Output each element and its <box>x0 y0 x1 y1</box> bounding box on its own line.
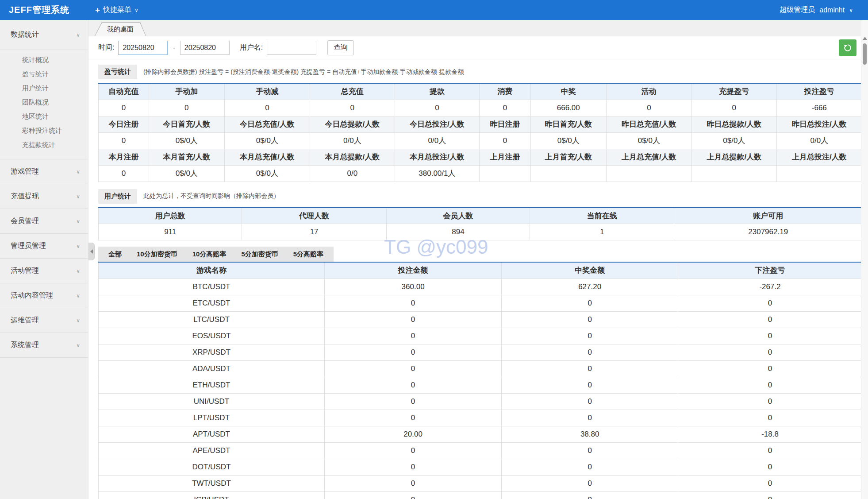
value-cell: 0 <box>99 132 149 149</box>
value-cell: DOT/USDT <box>99 459 325 475</box>
value-cell: 0 <box>502 344 678 360</box>
sidebar-group-8[interactable]: 运维管理∨ <box>0 308 88 333</box>
sidebar-group-label: 游戏管理 <box>11 167 39 176</box>
value-cell: 0 <box>678 475 862 491</box>
query-button[interactable]: 查询 <box>327 40 354 55</box>
value-cell: 0 <box>480 132 531 149</box>
header-cell: 今日总投注/人数 <box>395 116 480 132</box>
value-cell: 0 <box>149 100 224 116</box>
profit-value-row: 000000666.0000-666 <box>99 100 862 116</box>
game-value-row: LPT/USDT000 <box>99 410 862 426</box>
sidebar-group-4[interactable]: 会员管理∨ <box>0 209 88 234</box>
value-cell: -666 <box>776 100 862 116</box>
game-value-row: BTC/USDT360.00627.20-267.2 <box>99 279 862 295</box>
scroll-up-icon[interactable] <box>863 37 867 40</box>
chevron-down-icon: ∨ <box>76 243 80 249</box>
header-cell: 昨日首充/人数 <box>530 116 606 132</box>
tab-label: 我的桌面 <box>95 23 146 36</box>
sidebar-item[interactable]: 地区统计 <box>0 109 88 124</box>
value-cell: 0 <box>502 377 678 393</box>
value-cell: 0/0人 <box>776 132 862 149</box>
scrollbar-thumb[interactable] <box>863 43 867 65</box>
value-cell: 0/0 <box>310 165 395 182</box>
sidebar-item[interactable]: 盈亏统计 <box>0 67 88 81</box>
sidebar-item[interactable]: 用户统计 <box>0 81 88 95</box>
value-cell: ADA/USDT <box>99 360 325 377</box>
value-cell: 0 <box>324 344 501 360</box>
value-cell <box>530 165 606 182</box>
sidebar-group-1[interactable]: 数据统计∨ <box>0 20 88 50</box>
header-cell: 本月总提款/人数 <box>310 149 395 165</box>
time-from-input[interactable] <box>118 41 168 55</box>
value-cell: 0 <box>395 100 480 116</box>
profit-section-head: 盈亏统计 (排除内部会员数据) 投注盈亏 = (投注消费金额-返奖金额) 充提盈… <box>98 65 862 79</box>
sidebar-item[interactable]: 充提款统计 <box>0 138 88 152</box>
sidebar-item[interactable]: 彩种投注统计 <box>0 124 88 138</box>
game-filter-tab-1[interactable]: 全部 <box>101 247 129 262</box>
header-cell: 昨日注册 <box>480 116 531 132</box>
value-cell: 38.80 <box>502 426 678 442</box>
value-cell <box>480 165 531 182</box>
tab-my-desktop[interactable]: 我的桌面 <box>95 22 146 36</box>
user-role: 超级管理员 <box>780 5 815 15</box>
sidebar-group-9[interactable]: 系统管理∨ <box>0 333 88 358</box>
value-cell: 0 <box>692 100 777 116</box>
app-body: 数据统计∨统计概况盈亏统计用户统计团队概况地区统计彩种投注统计充提款统计游戏管理… <box>0 20 868 499</box>
game-filter-tab-5[interactable]: 5分高赔率 <box>286 247 331 262</box>
value-cell: LPT/USDT <box>99 410 325 426</box>
header-cell: 代理人数 <box>242 208 386 224</box>
top-navbar: JEFF管理系统 + 快捷菜单 ∨ 超级管理员 adminht ∨ <box>0 0 868 20</box>
header-cell: 本月注册 <box>99 149 149 165</box>
chevron-down-icon: ∨ <box>134 7 138 13</box>
game-filter-tab-4[interactable]: 5分加密货币 <box>234 247 285 262</box>
sidebar-collapse-handle[interactable] <box>88 243 95 260</box>
sidebar-group-7[interactable]: 活动内容管理∨ <box>0 283 88 308</box>
sidebar-group-2[interactable]: 游戏管理∨ <box>0 159 88 184</box>
header-cell: 游戏名称 <box>99 262 325 279</box>
game-filter-tabs: 全部10分加密货币10分高赔率5分加密货币5分高赔率 <box>98 247 334 262</box>
collapse-left-icon <box>90 249 93 254</box>
profit-section-title: 盈亏统计 <box>98 65 137 79</box>
header-cell: 活动 <box>606 83 691 100</box>
value-cell: 0 <box>502 311 678 328</box>
game-filter-tab-2[interactable]: 10分加密货币 <box>129 247 185 262</box>
value-cell: 0 <box>502 393 678 410</box>
chevron-down-icon: ∨ <box>849 7 853 13</box>
value-cell: 0 <box>678 344 862 360</box>
value-cell: 0 <box>324 475 501 491</box>
value-cell: UNI/USDT <box>99 393 325 410</box>
game-value-row: XRP/USDT000 <box>99 344 862 360</box>
vertical-scrollbar[interactable] <box>861 20 868 499</box>
value-cell: 0 <box>606 100 691 116</box>
value-cell: 0 <box>678 311 862 328</box>
user-menu[interactable]: 超级管理员 adminht ∨ <box>780 5 859 15</box>
sidebar-group-3[interactable]: 充值提现∨ <box>0 184 88 209</box>
header-cell: 投注金额 <box>324 262 501 279</box>
range-separator: - <box>173 44 175 52</box>
value-cell: APE/USDT <box>99 442 325 459</box>
value-cell: XRP/USDT <box>99 344 325 360</box>
value-cell: 0 <box>678 295 862 311</box>
chevron-down-icon: ∨ <box>76 293 80 299</box>
value-cell: 0 <box>678 459 862 475</box>
sidebar-item[interactable]: 统计概况 <box>0 53 88 67</box>
game-value-row: LTC/USDT000 <box>99 311 862 328</box>
value-cell: 0 <box>324 393 501 410</box>
refresh-icon <box>843 43 852 52</box>
header-cell: 上月总提款/人数 <box>692 149 777 165</box>
header-cell: 手动减 <box>224 83 310 100</box>
sidebar-group-5[interactable]: 管理员管理∨ <box>0 234 88 259</box>
sidebar-group-label: 会员管理 <box>11 217 39 226</box>
refresh-button[interactable] <box>839 39 856 56</box>
time-to-input[interactable] <box>180 41 230 55</box>
game-filter-tab-3[interactable]: 10分高赔率 <box>185 247 234 262</box>
header-cell: 手动加 <box>149 83 224 100</box>
header-cell: 投注盈亏 <box>776 83 862 100</box>
quick-menu-button[interactable]: + 快捷菜单 ∨ <box>95 5 138 15</box>
sidebar-group-6[interactable]: 活动管理∨ <box>0 259 88 283</box>
header-cell: 会员人数 <box>386 208 530 224</box>
username-input[interactable] <box>267 41 316 55</box>
header-cell: 昨日总提款/人数 <box>692 116 777 132</box>
sidebar-item[interactable]: 团队概况 <box>0 95 88 109</box>
chevron-down-icon: ∨ <box>76 169 80 175</box>
